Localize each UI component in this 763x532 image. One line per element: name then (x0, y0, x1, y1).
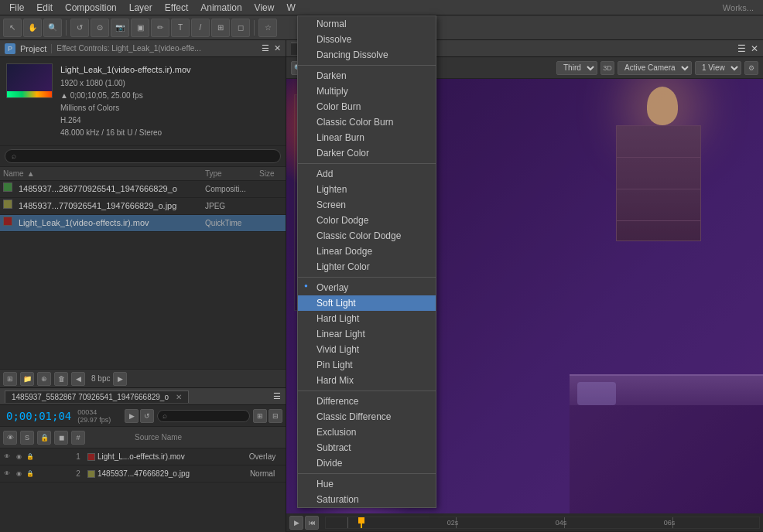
menu-item-darker-color[interactable]: Darker Color (298, 145, 436, 161)
menu-item-add[interactable]: Add (298, 166, 436, 182)
menu-item-subtract[interactable]: Subtract (298, 440, 436, 455)
menu-item-normal[interactable]: Normal (298, 16, 436, 32)
menu-item-saturation[interactable]: Saturation (298, 492, 436, 507)
menu-item-dissolve[interactable]: Dissolve (298, 32, 436, 47)
menu-item-difference[interactable]: Difference (298, 394, 436, 409)
menu-item-lighter-color[interactable]: Lighter Color (298, 259, 436, 275)
menu-item-darken[interactable]: Darken (298, 68, 436, 84)
blend-mode-dropdown: NormalDissolveDancing DissolveDarkenMult… (297, 15, 436, 508)
menu-item-linear-burn[interactable]: Linear Burn (298, 130, 436, 145)
menu-separator (298, 163, 436, 164)
menu-item-classic-color-dodge[interactable]: Classic Color Dodge (298, 228, 436, 244)
menu-item-multiply[interactable]: Multiply (298, 84, 436, 99)
menu-separator (298, 277, 436, 278)
menu-item-divide[interactable]: Divide (298, 455, 436, 471)
menu-separator (298, 65, 436, 66)
menu-item-exclusion[interactable]: Exclusion (298, 425, 436, 440)
menu-item-dancing-dissolve[interactable]: Dancing Dissolve (298, 47, 436, 63)
menu-item-screen[interactable]: Screen (298, 197, 436, 213)
menu-item-vivid-light[interactable]: Vivid Light (298, 342, 436, 357)
dropdown-overlay: NormalDissolveDancing DissolveDarkenMult… (0, 0, 763, 532)
menu-item-hard-light[interactable]: Hard Light (298, 311, 436, 326)
menu-separator (298, 390, 436, 391)
menu-item-color-burn[interactable]: Color Burn (298, 99, 436, 114)
menu-item-hue[interactable]: Hue (298, 476, 436, 492)
menu-item-soft-light[interactable]: Soft Light (298, 295, 436, 311)
menu-item-linear-light[interactable]: Linear Light (298, 326, 436, 342)
menu-item-linear-dodge[interactable]: Linear Dodge (298, 244, 436, 259)
menu-item-lighten[interactable]: Lighten (298, 182, 436, 197)
menu-item-overlay[interactable]: Overlay (298, 280, 436, 295)
menu-separator (298, 473, 436, 474)
menu-item-pin-light[interactable]: Pin Light (298, 357, 436, 373)
menu-item-classic-color-burn[interactable]: Classic Color Burn (298, 114, 436, 130)
menu-item-hard-mix[interactable]: Hard Mix (298, 373, 436, 388)
menu-item-color-dodge[interactable]: Color Dodge (298, 213, 436, 228)
menu-item-classic-difference[interactable]: Classic Difference (298, 409, 436, 425)
